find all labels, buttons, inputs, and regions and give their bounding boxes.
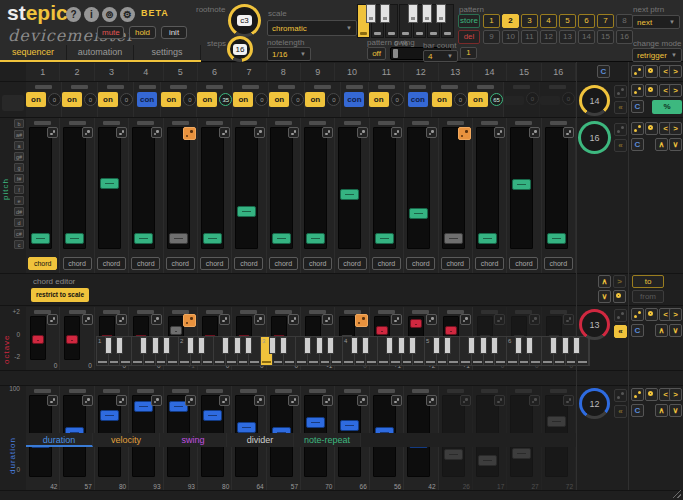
value-tab-velocity[interactable]: velocity [93,433,160,447]
octave-random-dice-icon[interactable] [116,314,127,325]
hold-button[interactable]: hold [129,26,156,39]
duration-random-dice-icon[interactable] [82,395,93,406]
chord-button[interactable]: chord [441,257,470,270]
pitch-slider-track[interactable] [29,127,52,249]
pattern-store-button[interactable]: store [458,14,480,28]
pitch-slider-handle[interactable] [512,179,531,190]
octave-slider-handle[interactable] [376,326,388,335]
octave-slider-handle[interactable] [66,335,78,344]
pitch-slider-handle[interactable] [100,178,119,189]
pitch-random-dice-icon[interactable] [322,127,333,138]
step-probability-knob[interactable]: 0 [48,93,61,106]
pitch-random-dice-icon[interactable] [458,127,471,140]
chord-copy-from-button[interactable]: from [632,290,664,303]
pitch-random-dice-icon[interactable] [563,127,574,138]
pattern-4-button[interactable]: 4 [540,14,557,28]
pitch-lane-copy-button[interactable]: C [631,138,644,151]
chord-reset-icon[interactable] [613,290,626,303]
step-on-button[interactable]: on [369,92,389,107]
pitch-lane-rewind-button[interactable]: « [614,139,627,152]
pitch-slider-track[interactable] [270,127,293,249]
black-key[interactable] [362,337,369,354]
note-button-c#[interactable]: c# [14,229,24,238]
pitch-random-dice-icon[interactable] [219,127,230,138]
black-key[interactable] [163,337,170,354]
value-tab-swing[interactable]: swing [160,433,227,447]
octave-lane-down-button[interactable]: ∨ [669,324,682,337]
duration-lane-rewind-button[interactable]: « [614,405,627,418]
octave-slider-handle[interactable] [445,326,457,335]
pattern-16-button[interactable]: 16 [616,30,633,44]
value-tab-duration[interactable]: duration [26,433,93,447]
pitch-slider-handle[interactable] [134,233,153,244]
duration-slider-handle[interactable] [100,410,119,421]
chord-button[interactable]: chord [338,257,367,270]
pitch-slider-handle[interactable] [169,233,188,244]
black-key[interactable] [269,337,276,354]
octave-random-dice-icon[interactable] [288,314,299,325]
chord-button[interactable]: chord [475,257,504,270]
octave-lane-rewind-button[interactable]: « [614,325,627,338]
black-key[interactable] [573,337,580,354]
duration-random-dice-icon[interactable] [426,395,437,406]
duration-random-dice-icon[interactable] [116,395,127,406]
pitch-random-dice-icon[interactable] [47,127,58,138]
step-on-button[interactable]: on [197,92,217,107]
pitch-random-dice-icon[interactable] [116,127,127,138]
octave-random-dice-icon[interactable] [151,314,162,325]
step-off-button[interactable] [540,96,560,105]
chord-button[interactable]: chord [509,257,538,270]
probability-mode-button[interactable]: % [652,100,682,114]
chord-transpose-down-button[interactable]: ∨ [598,290,611,303]
chord-button[interactable]: chord [97,257,126,270]
step-probability-knob[interactable]: 65 [490,93,503,106]
black-key[interactable] [222,337,229,354]
octave-random-dice-icon[interactable] [563,314,574,325]
black-key[interactable] [280,337,287,354]
step-off-button[interactable] [504,96,524,105]
pitch-slider-handle[interactable] [65,233,84,244]
duration-random-dice-icon[interactable] [254,395,265,406]
black-key[interactable] [198,337,205,354]
scale-black-key[interactable] [422,4,432,23]
black-key[interactable] [409,337,416,354]
chord-button[interactable]: chord [166,257,195,270]
chord-transpose-up-button[interactable]: ∧ [598,275,611,288]
note-button-d[interactable]: d [14,218,24,227]
pitch-slider-handle[interactable] [31,233,50,244]
scale-select[interactable]: chromatic▼ [267,20,357,36]
tab-settings[interactable]: settings [134,45,201,60]
pitch-slider-track[interactable] [201,127,224,249]
pattern-8-button[interactable]: 8 [616,14,633,28]
chord-button[interactable]: chord [269,257,298,270]
note-button-e[interactable]: e [14,196,24,205]
value-tab-divider[interactable]: divider [227,433,294,447]
init-button[interactable]: init [161,26,187,39]
black-key[interactable] [562,337,569,354]
step-probability-knob[interactable]: 0 [454,93,467,106]
duration-random-dice-icon[interactable] [563,395,574,406]
duration-random-dice-icon[interactable] [47,395,58,406]
chord-button[interactable]: chord [406,257,435,270]
note-button-a#[interactable]: a# [14,130,24,139]
octave-random-dice-icon[interactable] [254,314,265,325]
octave-random-dice-icon[interactable] [494,314,505,325]
step-con-button[interactable]: con [137,92,157,107]
black-key[interactable] [304,337,311,354]
chord-copy-to-button[interactable]: to [632,275,664,288]
scale-black-key[interactable] [436,4,446,23]
octave-lane-up-button[interactable]: ∧ [655,324,668,337]
trigger-lane-shift-right-button[interactable]: > [669,84,682,97]
step-on-button[interactable]: on [468,92,488,107]
pitch-slider-handle[interactable] [409,208,428,219]
scale-black-key[interactable] [408,4,418,23]
black-key[interactable] [234,337,241,354]
octave-random-dice-icon[interactable] [183,314,196,327]
pitch-slider-track[interactable] [373,127,396,249]
scale-black-key[interactable] [380,4,390,23]
black-key[interactable] [245,337,252,354]
pitch-random-dice-icon[interactable] [254,127,265,138]
chord-button[interactable]: chord [234,257,263,270]
header-random-icon[interactable] [631,65,644,78]
octave-lane-reset-icon[interactable] [645,308,658,321]
